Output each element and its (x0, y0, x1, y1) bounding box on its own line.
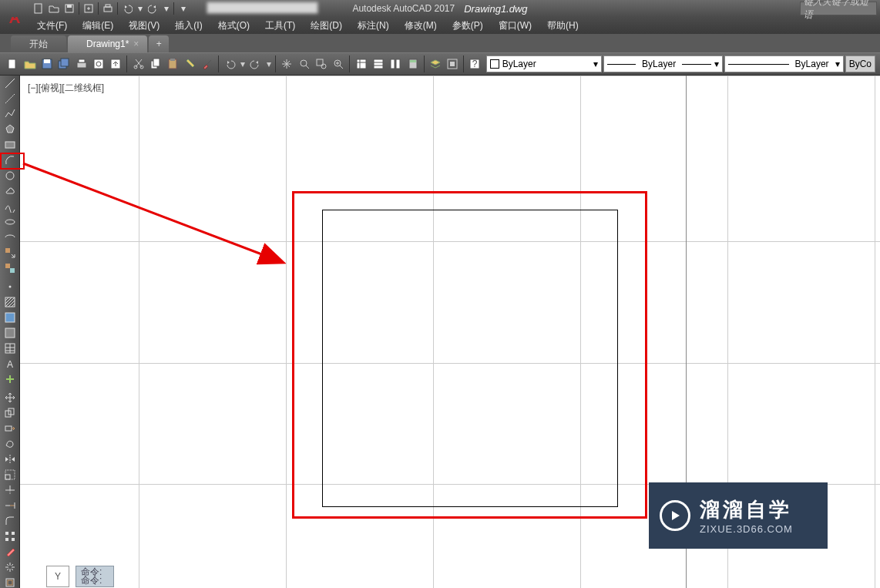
tb-copy-icon[interactable] (148, 55, 163, 72)
tb-block-icon[interactable] (445, 55, 460, 72)
bycolor-button[interactable]: ByCo (845, 55, 875, 72)
menu-window[interactable]: 窗口(W) (491, 17, 539, 35)
gradient-icon[interactable] (2, 311, 18, 324)
qat-dropdown-icon[interactable]: ▾ (177, 2, 190, 15)
tb-redo-icon[interactable] (248, 55, 264, 72)
viewport-label[interactable]: [−][俯视][二维线框] (28, 82, 104, 95)
menu-tools[interactable]: 工具(T) (257, 17, 303, 35)
qat-undo-icon[interactable] (121, 2, 133, 15)
tb-help-icon[interactable]: ? (467, 55, 482, 72)
help-search-input[interactable]: 键入关键字或短语 (800, 2, 877, 15)
command-history[interactable]: 命令: 命令: (76, 566, 114, 587)
mtext-icon[interactable]: A (2, 358, 18, 370)
menu-parametric[interactable]: 参数(P) (445, 17, 491, 35)
line-icon[interactable] (2, 77, 18, 89)
hatch-icon[interactable] (2, 296, 18, 308)
scale-icon[interactable] (2, 469, 18, 481)
ellipse-arc-icon[interactable] (2, 231, 18, 244)
construction-line-icon[interactable] (2, 92, 18, 105)
tb-publish-icon[interactable] (108, 55, 123, 72)
menu-modify[interactable]: 修改(M) (397, 17, 445, 35)
tb-layerprops-icon[interactable] (428, 55, 443, 72)
qat-saveas-icon[interactable] (82, 2, 95, 15)
copy2-icon[interactable] (2, 407, 18, 419)
tab-start[interactable]: 开始 (11, 35, 66, 52)
qat-open-icon[interactable] (48, 2, 60, 15)
arc-icon[interactable] (2, 154, 18, 166)
tb-save-icon[interactable] (39, 55, 55, 72)
tb-new-icon[interactable] (5, 55, 20, 72)
menu-file[interactable]: 文件(F) (29, 17, 75, 35)
spline-icon[interactable] (2, 200, 18, 213)
trim-icon[interactable] (2, 484, 18, 496)
tb-undo-icon[interactable] (222, 55, 237, 72)
array-icon[interactable] (2, 530, 18, 543)
explode-icon[interactable] (2, 561, 18, 573)
erase-icon[interactable] (2, 546, 18, 558)
tb-pan-icon[interactable] (279, 55, 294, 72)
qat-new-icon[interactable] (32, 2, 45, 15)
drawing-canvas[interactable]: [−][俯视][二维线框] 溜溜自学 ZIXUE.3D66.COM Y 命令: … (20, 76, 880, 588)
tb-properties-icon[interactable] (353, 55, 368, 72)
svg-rect-39 (5, 248, 10, 253)
menu-help[interactable]: 帮助(H) (539, 17, 586, 35)
addselected-icon[interactable] (2, 373, 18, 385)
linetype-dropdown[interactable]: ByLayer ▾ (603, 55, 723, 72)
layer-color-dropdown[interactable]: ByLayer ▾ (486, 55, 602, 72)
tb-zoomrt-icon[interactable] (331, 55, 346, 72)
revision-cloud-icon[interactable] (2, 185, 18, 197)
tab-new-button[interactable]: + (149, 35, 169, 52)
tab-drawing1[interactable]: Drawing1* × (68, 35, 147, 52)
qat-save-icon[interactable] (63, 2, 76, 15)
rotate-icon[interactable] (2, 438, 18, 450)
lineweight-dropdown[interactable]: ByLayer ▾ (724, 55, 844, 72)
menu-dimension[interactable]: 标注(N) (350, 17, 397, 35)
menu-insert[interactable]: 插入(I) (167, 17, 210, 35)
plus-icon: + (156, 39, 162, 49)
tb-zoomprev-icon[interactable] (296, 55, 311, 72)
circle-icon[interactable] (2, 170, 18, 182)
polyline-icon[interactable] (2, 108, 18, 120)
tb-brush-icon[interactable] (200, 55, 215, 72)
menu-bar: 文件(F) 编辑(E) 视图(V) 插入(I) 格式(O) 工具(T) 绘图(D… (0, 17, 880, 34)
tb-match-icon[interactable] (182, 55, 197, 72)
stretch-icon[interactable] (2, 422, 18, 435)
rectangle-icon[interactable] (2, 139, 18, 151)
table-icon[interactable] (2, 342, 18, 354)
menu-view[interactable]: 视图(V) (121, 17, 167, 35)
svg-rect-4 (104, 7, 112, 12)
tb-plot-icon[interactable] (73, 55, 89, 72)
chevron-down-icon[interactable]: ▾ (239, 55, 246, 72)
svg-text:?: ? (472, 59, 478, 69)
close-icon[interactable]: × (133, 39, 143, 48)
tb-palette-icon[interactable] (388, 55, 403, 72)
offset-icon[interactable] (2, 576, 18, 588)
ellipse-icon[interactable] (2, 216, 18, 228)
menu-format[interactable]: 格式(O) (210, 17, 257, 35)
chevron-down-icon[interactable]: ▾ (163, 2, 170, 15)
qat-redo-icon[interactable] (147, 2, 160, 15)
fillet-icon[interactable] (2, 515, 18, 527)
chevron-down-icon[interactable]: ▾ (265, 55, 272, 72)
mirror-icon[interactable] (2, 453, 18, 465)
svg-rect-40 (5, 264, 10, 268)
tb-open-icon[interactable] (22, 55, 37, 72)
insert-block-icon[interactable] (2, 247, 18, 259)
tb-zoomwin-icon[interactable] (314, 55, 329, 72)
region-icon[interactable] (2, 327, 18, 339)
menu-edit[interactable]: 编辑(E) (75, 17, 121, 35)
make-block-icon[interactable] (2, 262, 18, 274)
tb-calc-icon[interactable] (405, 55, 420, 72)
move-icon[interactable] (2, 391, 18, 404)
tb-cut-icon[interactable] (130, 55, 146, 72)
extend-icon[interactable] (2, 499, 18, 512)
tb-saveall-icon[interactable] (56, 55, 72, 72)
chevron-down-icon[interactable]: ▾ (136, 2, 144, 15)
tb-preview-icon[interactable] (91, 55, 106, 72)
tb-paste-icon[interactable] (165, 55, 180, 72)
menu-draw[interactable]: 绘图(D) (303, 17, 350, 35)
qat-plot-icon[interactable] (102, 2, 114, 15)
tb-sheet-icon[interactable] (371, 55, 386, 72)
point-icon[interactable] (2, 281, 18, 293)
polygon-icon[interactable] (2, 123, 18, 136)
